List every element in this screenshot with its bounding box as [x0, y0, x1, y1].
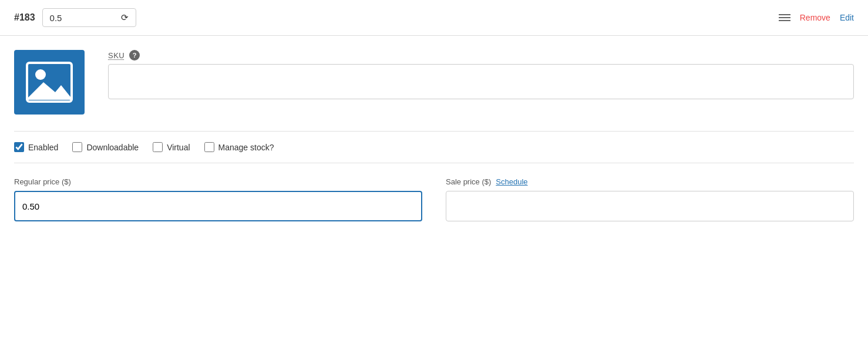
sale-price-field: Sale price ($) Schedule: [446, 177, 854, 221]
virtual-label: Virtual: [167, 143, 190, 152]
hamburger-icon[interactable]: [779, 14, 790, 21]
enabled-checkbox[interactable]: [14, 142, 24, 152]
manage-stock-label: Manage stock?: [218, 143, 274, 152]
virtual-checkbox-group[interactable]: Virtual: [153, 142, 190, 152]
sku-label: SKU: [108, 51, 125, 60]
version-select[interactable]: 0.5 ⟳: [42, 8, 136, 27]
virtual-checkbox[interactable]: [153, 142, 163, 152]
edit-button[interactable]: Edit: [840, 13, 854, 22]
manage-stock-checkbox[interactable]: [204, 142, 214, 152]
enabled-label: Enabled: [28, 143, 58, 152]
downloadable-label: Downloadable: [86, 143, 139, 152]
svg-point-1: [35, 69, 46, 80]
price-section: Regular price ($) Sale price ($) Schedul…: [14, 177, 854, 221]
schedule-link[interactable]: Schedule: [496, 177, 527, 186]
product-image-placeholder[interactable]: [14, 50, 85, 115]
svg-marker-2: [26, 82, 73, 100]
sku-section: SKU ?: [108, 50, 854, 115]
regular-price-label: Regular price ($): [14, 177, 71, 186]
product-section: SKU ?: [14, 50, 854, 115]
remove-button[interactable]: Remove: [800, 13, 830, 22]
sale-price-input[interactable]: [446, 191, 854, 221]
downloadable-checkbox[interactable]: [72, 142, 82, 152]
sku-input[interactable]: [108, 64, 854, 99]
top-bar-left: #183 0.5 ⟳: [14, 8, 136, 27]
image-placeholder-icon: [26, 62, 73, 103]
top-bar: #183 0.5 ⟳ Remove Edit: [0, 0, 868, 36]
version-value: 0.5: [50, 13, 62, 23]
sale-price-label: Sale price ($): [446, 177, 491, 186]
regular-price-label-row: Regular price ($): [14, 177, 422, 186]
downloadable-checkbox-group[interactable]: Downloadable: [72, 142, 139, 152]
help-icon[interactable]: ?: [129, 50, 140, 60]
manage-stock-checkbox-group[interactable]: Manage stock?: [204, 142, 274, 152]
sku-label-row: SKU ?: [108, 50, 854, 60]
chevron-down-icon: ⟳: [121, 12, 129, 23]
main-content: SKU ? Enabled Downloadable Virtual Manag…: [0, 36, 868, 235]
sale-price-label-row: Sale price ($) Schedule: [446, 177, 854, 186]
enabled-checkbox-group[interactable]: Enabled: [14, 142, 58, 152]
item-number: #183: [14, 12, 35, 23]
regular-price-field: Regular price ($): [14, 177, 422, 221]
regular-price-input[interactable]: [14, 191, 422, 221]
checkboxes-row: Enabled Downloadable Virtual Manage stoc…: [14, 131, 854, 163]
top-bar-right: Remove Edit: [779, 13, 854, 22]
